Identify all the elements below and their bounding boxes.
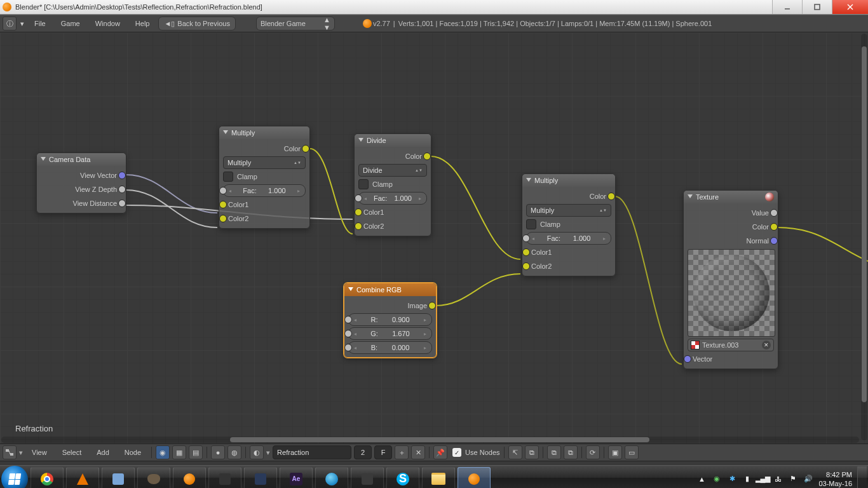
back-to-previous-button[interactable]: ◄▯ Back to Previous <box>158 17 235 30</box>
tray-shield-icon[interactable]: ◉ <box>712 474 722 484</box>
unlink-material-icon[interactable]: ✕ <box>411 445 425 459</box>
node-combine-rgb[interactable]: Combine RGB Image ◂R:0.900▸ ◂G:1.670▸ ◂B… <box>344 283 437 358</box>
unlink-icon[interactable]: ✕ <box>762 341 771 349</box>
collapse-icon[interactable] <box>358 138 364 144</box>
socket-out-color[interactable] <box>770 223 778 231</box>
socket-in-fac[interactable] <box>355 194 362 202</box>
copy-nodes-icon[interactable]: ⧉ <box>547 445 561 459</box>
socket-out-value[interactable] <box>770 209 778 217</box>
system-clock[interactable]: 8:42 PM 03-May-16 <box>818 470 852 488</box>
close-button[interactable] <box>832 0 868 14</box>
collapse-icon[interactable] <box>41 157 46 163</box>
blend-mode-dropdown[interactable]: Multiply▲▼ <box>526 204 611 217</box>
socket-out-vector[interactable] <box>118 172 126 179</box>
node-texture[interactable]: Texture Value Color Normal Texture.003✕ … <box>683 190 778 369</box>
taskbar-chrome[interactable] <box>31 467 64 489</box>
socket-in-color1[interactable] <box>522 248 530 256</box>
material-user-count[interactable]: 2 <box>354 445 372 459</box>
node-multiply-1[interactable]: Multiply Color Multiply▲▼ Clamp ◂Fac:1.0… <box>219 126 310 229</box>
auto-render-icon[interactable]: ⟳ <box>586 445 600 459</box>
start-button[interactable] <box>1 466 28 489</box>
socket-in-g[interactable] <box>344 330 352 337</box>
taskbar-blender-1[interactable] <box>173 467 206 489</box>
scroll-thumb[interactable] <box>230 437 649 442</box>
collapse-icon[interactable] <box>526 178 532 184</box>
menu-add[interactable]: Add <box>90 449 116 456</box>
taskbar-ie[interactable] <box>315 467 348 489</box>
taskbar-explorer[interactable] <box>422 467 455 489</box>
backdrop-zoom-icon[interactable]: ▭ <box>625 445 639 459</box>
fac-field[interactable]: ◂Fac:1.000▸ <box>358 192 427 205</box>
taskbar-skype[interactable]: S <box>386 467 419 489</box>
clamp-checkbox[interactable]: Clamp <box>358 179 427 190</box>
collapse-icon[interactable] <box>688 194 693 200</box>
socket-out-color[interactable] <box>302 145 309 152</box>
object-shader-icon[interactable]: ● <box>211 445 225 459</box>
canvas-scrollbar-horizontal[interactable] <box>1 437 859 443</box>
material-name-field[interactable]: Refraction <box>273 445 351 459</box>
socket-out-float[interactable] <box>118 186 126 193</box>
tray-bluetooth-icon[interactable]: ✱ <box>727 474 737 484</box>
material-dropdown-icon[interactable]: ▾ <box>266 449 270 457</box>
menu-select[interactable]: Select <box>56 449 88 456</box>
material-browse-icon[interactable]: ◐ <box>250 445 264 459</box>
r-field[interactable]: ◂R:0.900▸ <box>348 313 432 326</box>
pin-icon[interactable]: 📌 <box>433 445 447 459</box>
snap-icon[interactable]: ⧉ <box>525 445 539 459</box>
tray-network-icon[interactable]: 🖧 <box>773 474 783 484</box>
menu-window[interactable]: Window <box>89 20 126 27</box>
taskbar-app-1[interactable] <box>102 467 135 489</box>
go-parent-icon[interactable]: ↸ <box>508 445 522 459</box>
backdrop-icon[interactable]: ▣ <box>608 445 622 459</box>
fake-user-button[interactable]: F <box>374 445 392 459</box>
use-nodes-toggle[interactable]: ✓Use Nodes <box>452 448 499 457</box>
socket-in-color2[interactable] <box>219 215 227 222</box>
socket-in-fac[interactable] <box>219 187 227 194</box>
taskbar-vlc[interactable] <box>66 467 99 489</box>
menu-file[interactable]: File <box>28 20 52 27</box>
collapse-icon[interactable] <box>223 130 229 136</box>
menu-node[interactable]: Node <box>118 449 147 456</box>
taskbar-gimp[interactable] <box>137 467 170 489</box>
paste-nodes-icon[interactable]: ⧉ <box>564 445 578 459</box>
tray-wifi-icon[interactable]: ▂▄▆ <box>757 474 768 484</box>
texture-tree-icon[interactable]: ▤ <box>189 445 203 459</box>
canvas-scrollbar-vertical[interactable] <box>861 34 867 440</box>
render-engine-dropdown[interactable]: Blender Game ▲▼ <box>256 17 335 30</box>
socket-out-image[interactable] <box>428 302 436 309</box>
maximize-button[interactable] <box>802 0 832 14</box>
fac-field[interactable]: ◂Fac:1.000▸ <box>223 184 306 197</box>
socket-in-b[interactable] <box>344 344 352 351</box>
texture-datablock[interactable]: Texture.003✕ <box>688 339 774 351</box>
taskbar-after-effects[interactable]: Ae <box>280 467 313 489</box>
editor-type-dropdown-icon[interactable]: ▾ <box>19 449 23 457</box>
socket-in-color2[interactable] <box>355 222 362 230</box>
taskbar-app-2[interactable] <box>208 467 241 489</box>
taskbar-blender-active[interactable] <box>458 467 491 489</box>
new-material-icon[interactable]: ＋ <box>395 445 409 459</box>
tray-battery-icon[interactable]: ▮ <box>742 474 752 484</box>
node-multiply-2[interactable]: Multiply Color Multiply▲▼ Clamp ◂Fac:1.0… <box>522 173 616 276</box>
menu-game[interactable]: Game <box>55 20 86 27</box>
g-field[interactable]: ◂G:1.670▸ <box>348 327 432 340</box>
blend-mode-dropdown[interactable]: Divide▲▼ <box>358 164 427 177</box>
tray-action-icon[interactable]: ⚑ <box>788 474 798 484</box>
node-camera-data[interactable]: Camera Data View Vector View Z Depth Vie… <box>36 152 126 214</box>
menu-help[interactable]: Help <box>129 20 156 27</box>
socket-out-float[interactable] <box>118 200 126 207</box>
shader-tree-icon[interactable]: ◉ <box>156 445 170 459</box>
socket-in-color2[interactable] <box>522 262 530 270</box>
scroll-thumb[interactable] <box>862 46 867 402</box>
node-editor-canvas[interactable]: Camera Data View Vector View Z Depth Vie… <box>0 32 868 444</box>
socket-out-color[interactable] <box>607 193 615 200</box>
socket-in-color1[interactable] <box>355 208 362 216</box>
socket-in-vector[interactable] <box>684 355 691 363</box>
socket-in-color1[interactable] <box>219 201 227 208</box>
socket-in-r[interactable] <box>344 316 352 323</box>
socket-in-fac[interactable] <box>522 234 530 242</box>
minimize-button[interactable] <box>772 0 802 14</box>
blend-mode-dropdown[interactable]: Multiply▲▼ <box>223 156 306 169</box>
taskbar-app-4[interactable] <box>351 467 384 489</box>
editor-type-icon[interactable]: ⓘ <box>3 17 17 30</box>
taskbar-app-3[interactable] <box>244 467 277 489</box>
